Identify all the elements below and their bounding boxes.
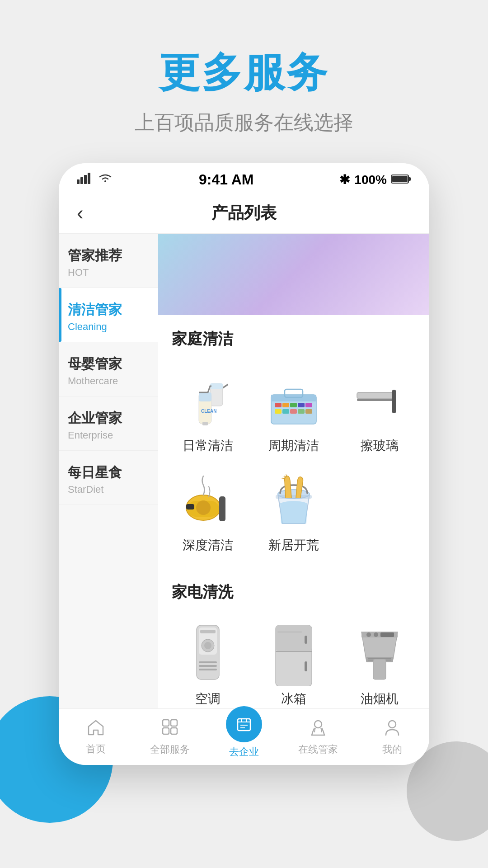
svg-rect-35 [276, 495, 312, 499]
svg-rect-58 [171, 720, 177, 726]
tab-manager[interactable]: 在线管家 [281, 718, 355, 756]
product-name-window: 擦玻璃 [361, 437, 399, 454]
svg-rect-10 [199, 392, 211, 401]
product-name-deep: 深度清洁 [183, 537, 233, 554]
svg-rect-25 [305, 409, 312, 414]
svg-rect-60 [171, 728, 177, 734]
main-title: 更多服务 [0, 45, 488, 100]
svg-rect-24 [298, 409, 305, 414]
nav-title: 产品列表 [211, 202, 277, 224]
tab-manager-icon [309, 718, 327, 740]
svg-rect-53 [373, 659, 386, 679]
product-icon-fridge [264, 625, 323, 684]
product-deep-clean[interactable]: 深度清洁 [167, 464, 249, 559]
svg-rect-23 [290, 409, 297, 414]
svg-point-68 [389, 721, 396, 728]
tab-home-icon [87, 718, 105, 740]
banner [158, 234, 429, 315]
svg-rect-57 [163, 720, 169, 726]
sidebar-item-cn-cleaning: 清洁管家 [68, 301, 149, 319]
product-grid-home: CLEAN 日常清洁 [158, 365, 429, 568]
svg-point-55 [374, 632, 378, 637]
svg-rect-59 [163, 728, 169, 734]
sidebar-item-stardiet[interactable]: 每日星食 StarDiet [59, 451, 158, 505]
tab-home[interactable]: 首页 [59, 718, 133, 756]
product-icon-daily: CLEAN [178, 372, 237, 431]
product-periodic-cleaning[interactable]: 周期清洁 [253, 365, 334, 460]
svg-point-67 [314, 721, 322, 728]
sidebar-item-enterprise[interactable]: 企业管家 Enterprise [59, 396, 158, 451]
sidebar-item-en-stardiet: StarDiet [68, 484, 149, 495]
tab-bar: 首页 全部服务 [59, 708, 429, 765]
sidebar-item-en-mothercare: Mothercare [68, 375, 149, 387]
status-signal [77, 172, 113, 187]
tab-services[interactable]: 全部服务 [133, 718, 207, 756]
product-grid-appliance: 空调 冰箱 [158, 618, 429, 708]
svg-rect-20 [305, 403, 312, 407]
tab-manager-label: 在线管家 [298, 743, 338, 756]
sidebar-item-cn-hot: 管家推荐 [68, 246, 149, 265]
svg-rect-17 [282, 403, 289, 407]
content-area: 管家推荐 HOT 清洁管家 Cleaning 母婴管家 Mothercare 企… [59, 234, 429, 708]
product-icon-window [350, 372, 409, 431]
back-button[interactable]: ‹ [77, 202, 84, 224]
svg-rect-16 [275, 403, 282, 407]
tab-services-icon [161, 718, 179, 740]
svg-text:CLEAN: CLEAN [201, 409, 216, 414]
svg-rect-19 [298, 403, 305, 407]
product-icon-hood [350, 625, 409, 684]
svg-rect-38 [200, 630, 216, 633]
page-header: 更多服务 上百项品质服务在线选择 [0, 0, 488, 163]
svg-rect-3 [88, 173, 90, 184]
product-icon-ac [178, 625, 237, 684]
product-icon-deep [178, 472, 237, 530]
signal-icon [77, 172, 93, 187]
product-daily-cleaning[interactable]: CLEAN 日常清洁 [167, 365, 249, 460]
sub-title: 上百项品质服务在线选择 [0, 109, 488, 136]
battery-percent: 100% [354, 173, 387, 187]
sidebar-item-en-cleaning: Cleaning [68, 321, 149, 333]
sidebar-item-cleaning[interactable]: 清洁管家 Cleaning [59, 288, 158, 342]
product-icon-periodic [264, 372, 323, 431]
product-hood[interactable]: 油烟机 [339, 618, 420, 708]
product-new-home[interactable]: 新居开荒 [253, 464, 334, 559]
tab-mine[interactable]: 我的 [355, 718, 429, 756]
svg-rect-48 [305, 661, 307, 671]
product-name-fridge: 冰箱 [281, 690, 306, 708]
tab-enterprise[interactable]: 去企业 [207, 715, 281, 759]
svg-rect-14 [271, 395, 316, 401]
svg-rect-18 [290, 403, 297, 407]
section-title-appliance: 家电清洗 [172, 582, 416, 603]
tab-home-label: 首页 [86, 742, 106, 756]
tab-mine-icon [383, 718, 401, 740]
product-name-daily: 日常清洁 [183, 437, 233, 454]
sidebar-item-cn-stardiet: 每日星食 [68, 463, 149, 482]
product-name-periodic: 周期清洁 [268, 437, 319, 454]
svg-rect-49 [277, 631, 302, 633]
section-home-cleaning: 家庭清洁 [158, 315, 429, 365]
sidebar-item-en-hot: HOT [68, 267, 149, 278]
product-fridge[interactable]: 冰箱 [253, 618, 334, 708]
svg-rect-2 [84, 175, 87, 184]
product-window-clean[interactable]: 擦玻璃 [339, 365, 420, 460]
svg-rect-31 [186, 504, 194, 509]
svg-rect-47 [305, 636, 307, 644]
phone-mockup: 9:41 AM ✱ 100% ‹ 产品列表 管家推荐 HOT [59, 163, 429, 765]
sidebar-item-en-enterprise: Enterprise [68, 429, 149, 441]
svg-rect-1 [80, 177, 83, 184]
sidebar-item-mothercare[interactable]: 母婴管家 Mothercare [59, 342, 158, 396]
product-ac[interactable]: 空调 [167, 618, 249, 708]
svg-rect-41 [199, 661, 217, 663]
svg-rect-6 [392, 176, 408, 182]
svg-rect-12 [202, 422, 208, 425]
svg-rect-33 [219, 496, 225, 521]
product-icon-new-home [264, 472, 323, 530]
battery-icon [391, 173, 411, 187]
sidebar-item-cn-mothercare: 母婴管家 [68, 355, 149, 373]
svg-rect-27 [357, 399, 393, 401]
svg-point-54 [366, 632, 371, 637]
svg-rect-21 [275, 409, 282, 414]
sidebar-item-hot[interactable]: 管家推荐 HOT [59, 234, 158, 288]
svg-rect-5 [408, 177, 411, 181]
tab-enterprise-label: 去企业 [229, 745, 259, 759]
